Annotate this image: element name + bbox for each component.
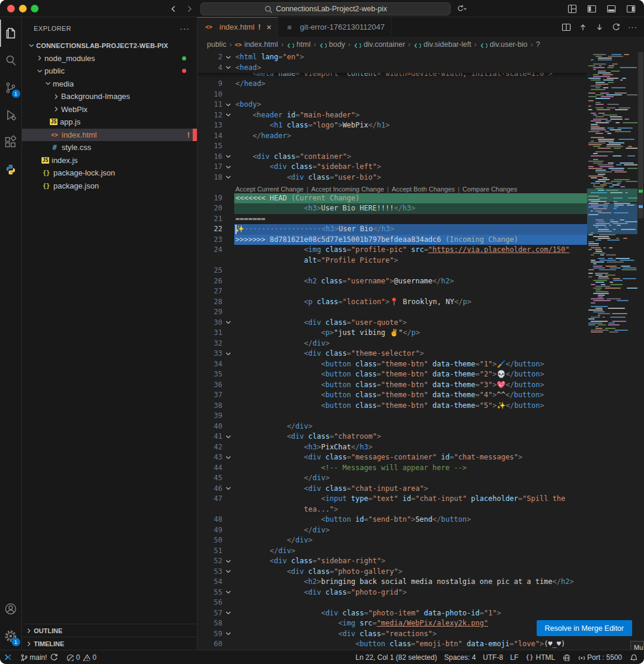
editor-scrollbar[interactable] — [637, 52, 644, 650]
code-line[interactable]: 59<div class="reactions"> — [197, 629, 587, 640]
tree-item-package-json[interactable]: {}package.json — [22, 180, 197, 193]
sync-dropdown-icon[interactable] — [454, 2, 468, 15]
code-line[interactable]: 18<div class="user-bio"> — [197, 173, 587, 183]
code-line[interactable]: 38<button class="theme-btn" data-theme="… — [197, 401, 587, 411]
code-line[interactable]: 37<button class="theme-btn" data-theme="… — [197, 390, 587, 401]
fold-icon[interactable] — [222, 556, 234, 567]
notification-toast[interactable]: Mu — [630, 641, 644, 650]
code-editor[interactable]: <meta name="viewport" content="width=dev… — [197, 52, 644, 650]
panel-outline[interactable]: OUTLINE — [22, 624, 197, 637]
status-live-server-port[interactable]: Port : 5500 — [573, 650, 626, 664]
tree-item-background-images[interactable]: Background-Images — [22, 90, 197, 103]
status-encoding[interactable]: UTF-8 — [479, 650, 506, 664]
explorer-more-actions-icon[interactable]: ··· — [180, 24, 190, 33]
status-indentation[interactable]: Spaces: 4 — [441, 650, 479, 664]
code-line[interactable]: 20<h3>User Bio HERE!!!!</h3> — [197, 203, 587, 214]
fold-icon[interactable] — [222, 152, 234, 162]
code-viewport[interactable]: <meta name="viewport" content="width=dev… — [197, 52, 587, 650]
code-line[interactable]: 34<button class="theme-btn" data-theme="… — [197, 359, 587, 370]
fold-icon[interactable] — [222, 567, 234, 577]
code-line[interactable]: 11<body> — [197, 100, 587, 110]
more-actions-icon[interactable]: ··· — [627, 22, 638, 33]
code-line[interactable]: 49</div> — [197, 525, 587, 536]
breadcrumb-item-index-html[interactable]: <>index.html — [235, 40, 278, 49]
settings-icon[interactable]: 1 — [0, 622, 22, 650]
python-icon[interactable] — [0, 156, 22, 183]
fold-icon[interactable] — [222, 349, 234, 359]
fold-icon[interactable] — [222, 63, 234, 74]
code-line[interactable]: 40</div> — [197, 422, 587, 432]
minimize-button[interactable] — [19, 5, 27, 12]
merge-action-accept-incoming-change[interactable]: Accept Incoming Change — [311, 186, 384, 193]
toggle-panel-icon[interactable] — [604, 2, 619, 15]
accounts-icon[interactable] — [0, 595, 22, 622]
code-line[interactable]: 14</header> — [197, 131, 587, 142]
code-line[interactable]: 33<div class="theme-selector"> — [197, 349, 587, 359]
code-line[interactable]: 26<h2 class="username">@username</h2> — [197, 276, 587, 287]
breadcrumb-item-[interactable]: ? — [536, 40, 540, 49]
fold-icon[interactable] — [222, 173, 234, 183]
tab-index-html[interactable]: <> index.html ! × — [197, 17, 278, 37]
tree-item-index-html[interactable]: <>index.html! — [22, 129, 197, 142]
code-line[interactable]: 46<div class="chat-input-area"> — [197, 484, 587, 494]
code-line[interactable]: 15 — [197, 141, 587, 152]
merge-action-compare-changes[interactable]: Compare Changes — [463, 186, 517, 193]
code-line[interactable]: 9</head> — [197, 79, 587, 90]
status-cursor-position[interactable]: Ln 22, Col 1 (82 selected) — [352, 650, 441, 664]
code-line[interactable]: 29 — [197, 307, 587, 318]
minimap[interactable] — [587, 52, 637, 650]
code-line[interactable]: 16<div class="container"> — [197, 152, 587, 162]
code-line[interactable]: 57<div class="photo-item" data-photo-id=… — [197, 608, 587, 619]
scrollbar-thumb[interactable] — [638, 52, 643, 218]
nav-up-icon[interactable] — [578, 22, 588, 33]
fold-icon[interactable] — [222, 52, 234, 63]
code-line[interactable]: 23>>>>>>> 8d781621e08c5d77e15001b797befd… — [197, 235, 587, 245]
code-line[interactable]: 24<img class="profile-pic" src="https://… — [197, 245, 587, 256]
status-eol[interactable]: LF — [506, 650, 522, 664]
code-line[interactable]: 56 — [197, 598, 587, 608]
code-line[interactable]: 2<html lang="en"> — [197, 52, 587, 63]
code-line[interactable]: 32</div> — [197, 339, 587, 349]
code-line[interactable]: 50</div> — [197, 535, 587, 546]
source-control-icon[interactable]: 1 — [0, 74, 22, 101]
status-language-mode[interactable]: {}HTML — [522, 650, 559, 664]
code-line[interactable]: tea..."> — [197, 505, 587, 515]
code-line[interactable]: 25 — [197, 266, 587, 276]
code-line[interactable]: 30<div class="user-quote"> — [197, 318, 587, 328]
status-git-branch[interactable]: main! — [16, 650, 62, 664]
code-line[interactable]: 47<input type="text" id="chat-input" pla… — [197, 494, 587, 505]
fold-icon[interactable] — [222, 452, 234, 463]
tree-item-package-lock-json[interactable]: {}package-lock.json — [22, 167, 197, 180]
status-problems[interactable]: 00 — [62, 650, 100, 664]
fold-icon[interactable] — [222, 100, 234, 110]
breadcrumb-item-div-sidebar-left[interactable]: div.sidebar-left — [413, 40, 471, 49]
close-button[interactable] — [7, 5, 15, 12]
code-line[interactable]: 44<!-- Messages will appear here --> — [197, 463, 587, 474]
code-line[interactable]: 22✨··················<h3>User Bio</h3> — [197, 224, 587, 235]
code-line[interactable]: alt="Profile Picture"> — [197, 256, 587, 266]
fold-icon[interactable] — [222, 318, 234, 328]
code-line[interactable]: 4<head> — [197, 63, 587, 74]
code-line[interactable]: 42<h3>PixChat</h3> — [197, 442, 587, 453]
status-browser-preview[interactable] — [559, 650, 573, 664]
panel-timeline[interactable]: TIMELINE — [22, 637, 197, 650]
code-line[interactable]: 35<button class="theme-btn" data-theme="… — [197, 369, 587, 380]
code-line[interactable]: 17<div class="sidebar-left"> — [197, 162, 587, 173]
command-center-search[interactable]: ConnectionsLab-Project2-web-pix — [200, 2, 451, 15]
nav-down-icon[interactable] — [594, 22, 605, 33]
tree-item-node-modules[interactable]: node_modules — [22, 52, 197, 65]
resolve-in-merge-editor-button[interactable]: Resolve in Merge Editor — [537, 620, 632, 636]
extensions-icon[interactable] — [0, 129, 22, 156]
code-line[interactable]: 13<h1 class="logo">WebPix</h1> — [197, 120, 587, 131]
code-line[interactable]: 21======= — [197, 214, 587, 225]
breadcrumb-item-div-container[interactable]: div.container — [353, 40, 405, 49]
back-arrow-icon[interactable] — [168, 4, 178, 14]
code-line[interactable]: 12<header id="main-header"> — [197, 110, 587, 121]
status-remote-indicator[interactable] — [0, 650, 16, 664]
tree-item-media[interactable]: media — [22, 78, 197, 91]
toggle-primary-sidebar-icon[interactable] — [585, 2, 599, 15]
fold-icon[interactable] — [222, 162, 234, 173]
tree-root-folder[interactable]: CONNECTIONSLAB-PROJECT2-WEB-PIX — [22, 39, 197, 52]
customize-layout-icon[interactable] — [565, 2, 579, 15]
merge-action-accept-current-change[interactable]: Accept Current Change — [235, 186, 304, 193]
